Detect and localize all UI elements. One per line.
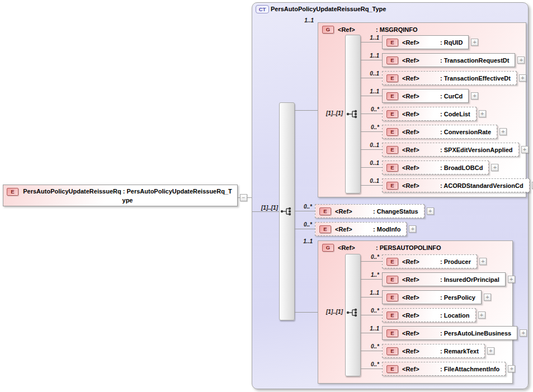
element-badge: E bbox=[386, 110, 398, 118]
root-element-label: PersAutoPolicyUpdateReissueRq : PersAuto… bbox=[22, 187, 233, 205]
expand-icon[interactable]: + bbox=[409, 225, 416, 233]
element-insuredorprincipal[interactable]: E<Ref>: InsuredOrPrincipal + bbox=[382, 272, 515, 286]
ref-label: <Ref> bbox=[338, 26, 365, 33]
connector-line bbox=[361, 369, 382, 369]
expand-icon[interactable]: + bbox=[520, 329, 527, 337]
schema-diagram: CT PersAutoPolicyUpdateReissueRq_Type E … bbox=[0, 0, 533, 392]
element-name: : Location bbox=[440, 312, 470, 319]
element-name: : ChangeStatus bbox=[373, 208, 418, 215]
connector-line bbox=[361, 351, 382, 351]
expand-icon[interactable]: + bbox=[479, 110, 486, 117]
collapse-icon[interactable]: − bbox=[240, 194, 247, 201]
cardinality-label: 0..1 bbox=[355, 178, 379, 184]
ref-label: <Ref> bbox=[402, 348, 429, 355]
element-broadlobcd[interactable]: E<Ref>: BroadLOBCd + bbox=[382, 160, 498, 174]
element-transactioneffectivedt[interactable]: E<Ref>: TransactionEffectiveDt + bbox=[382, 71, 526, 85]
element-badge: E bbox=[386, 276, 398, 284]
element-badge: E bbox=[386, 146, 398, 154]
element-codelist[interactable]: E<Ref>: CodeList + bbox=[382, 107, 486, 121]
cardinality-label: 0..1 bbox=[355, 70, 379, 77]
group-header: G <Ref> : PERSAUTOPOLINFO bbox=[318, 241, 512, 252]
ref-label: <Ref> bbox=[402, 57, 429, 64]
element-name: : TransactionEffectiveDt bbox=[440, 75, 511, 82]
cardinality-label: 0..* bbox=[355, 124, 379, 130]
element-perspolicy[interactable]: E<Ref>: PersPolicy + bbox=[382, 290, 491, 304]
ref-label: <Ref> bbox=[335, 208, 362, 215]
connector-line bbox=[361, 167, 382, 168]
element-remarktext[interactable]: E<Ref>: RemarkText + bbox=[382, 344, 494, 358]
expand-icon[interactable]: + bbox=[478, 311, 485, 319]
connector-line bbox=[361, 42, 382, 42]
element-conversionrate[interactable]: E<Ref>: ConversionRate + bbox=[382, 125, 507, 139]
compositor-cardinality-label: [1]..[1] bbox=[239, 205, 278, 211]
complex-type-title: PersAutoPolicyUpdateReissueRq_Type bbox=[271, 5, 387, 13]
group-header: G <Ref> : MSGRQINFO bbox=[318, 23, 526, 34]
expand-icon[interactable]: + bbox=[427, 207, 434, 215]
cardinality-label: 0..* bbox=[355, 361, 379, 367]
ref-label: <Ref> bbox=[402, 182, 429, 189]
element-persautolinebusiness[interactable]: E<Ref>: PersAutoLineBusiness + bbox=[382, 326, 527, 340]
element-name: : CodeList bbox=[440, 111, 470, 117]
element-badge: E bbox=[386, 365, 398, 373]
element-producer[interactable]: E<Ref>: Producer + bbox=[382, 254, 487, 268]
expand-icon[interactable]: + bbox=[517, 56, 525, 64]
element-name: : BroadLOBCd bbox=[440, 164, 483, 171]
expand-icon[interactable]: + bbox=[519, 74, 526, 82]
element-location[interactable]: E<Ref>: Location + bbox=[382, 308, 485, 322]
element-spxeditversionapplied[interactable]: E<Ref>: SPXEditVersionApplied + bbox=[382, 143, 529, 157]
element-badge: E bbox=[386, 128, 398, 136]
expand-icon[interactable]: + bbox=[471, 92, 478, 100]
complex-type-badge: CT bbox=[256, 5, 269, 13]
element-transactionrequestdt[interactable]: E<Ref>: TransactionRequestDt + bbox=[382, 53, 525, 67]
connector-line bbox=[361, 60, 382, 60]
expand-icon[interactable]: + bbox=[521, 146, 529, 153]
ref-label: <Ref> bbox=[402, 366, 429, 372]
connector-line bbox=[361, 185, 382, 186]
connector-line bbox=[295, 211, 315, 211]
element-acordstandardversioncd[interactable]: E<Ref>: ACORDStandardVersionCd + bbox=[382, 178, 533, 192]
ref-label: <Ref> bbox=[402, 111, 429, 117]
element-modinfo[interactable]: E<Ref>: ModInfo + bbox=[315, 222, 416, 236]
element-badge: E bbox=[386, 258, 398, 266]
connector-line bbox=[361, 333, 382, 333]
group-name: : PERSAUTOPOLINFO bbox=[376, 244, 441, 251]
element-badge: E bbox=[7, 188, 18, 196]
expand-icon[interactable]: + bbox=[471, 39, 478, 46]
element-badge: E bbox=[386, 56, 398, 64]
element-fileattachmentinfo[interactable]: E<Ref>: FileAttachmentInfo + bbox=[382, 362, 515, 376]
root-element[interactable]: E PersAutoPolicyUpdateReissueRq : PersAu… bbox=[3, 185, 238, 206]
element-rquid[interactable]: E<Ref>: RqUID + bbox=[382, 35, 478, 49]
expand-icon[interactable]: + bbox=[508, 276, 515, 283]
connector-line bbox=[361, 114, 382, 114]
ref-label: <Ref> bbox=[402, 294, 429, 301]
expand-icon[interactable]: + bbox=[484, 294, 491, 301]
connector-line bbox=[361, 261, 382, 262]
element-changestatus[interactable]: E<Ref>: ChangeStatus + bbox=[315, 204, 434, 218]
ref-label: <Ref> bbox=[402, 258, 429, 265]
cardinality-label: 0..1 bbox=[355, 160, 379, 166]
element-badge: E bbox=[386, 182, 398, 190]
element-curcd[interactable]: E<Ref>: CurCd + bbox=[382, 89, 478, 103]
element-name: : CurCd bbox=[440, 93, 463, 100]
expand-icon[interactable]: + bbox=[508, 365, 515, 372]
element-badge: E bbox=[386, 92, 398, 100]
ref-label: <Ref> bbox=[402, 147, 429, 153]
connector-line bbox=[361, 279, 382, 280]
element-name: : ModInfo bbox=[373, 226, 400, 233]
compositor-cardinality-label: [1]..[1] bbox=[304, 110, 343, 116]
cardinality-label: 1..1 bbox=[288, 238, 313, 244]
ref-label: <Ref> bbox=[402, 39, 429, 46]
element-name: : RqUID bbox=[440, 39, 463, 46]
expand-icon[interactable]: + bbox=[491, 164, 498, 171]
element-name: : Producer bbox=[440, 258, 471, 265]
expand-icon[interactable]: + bbox=[487, 347, 494, 355]
expand-icon[interactable]: + bbox=[479, 258, 487, 265]
element-name: : RemarkText bbox=[440, 348, 479, 355]
cardinality-label: 1..1 bbox=[355, 88, 379, 95]
group-badge: G bbox=[322, 244, 334, 252]
connector-line bbox=[247, 197, 252, 198]
expand-icon[interactable]: + bbox=[499, 128, 507, 135]
cardinality-label: 1..1 bbox=[355, 53, 379, 59]
complex-type-header[interactable]: CT PersAutoPolicyUpdateReissueRq_Type bbox=[256, 5, 387, 13]
cardinality-label: 0..* bbox=[355, 343, 379, 350]
